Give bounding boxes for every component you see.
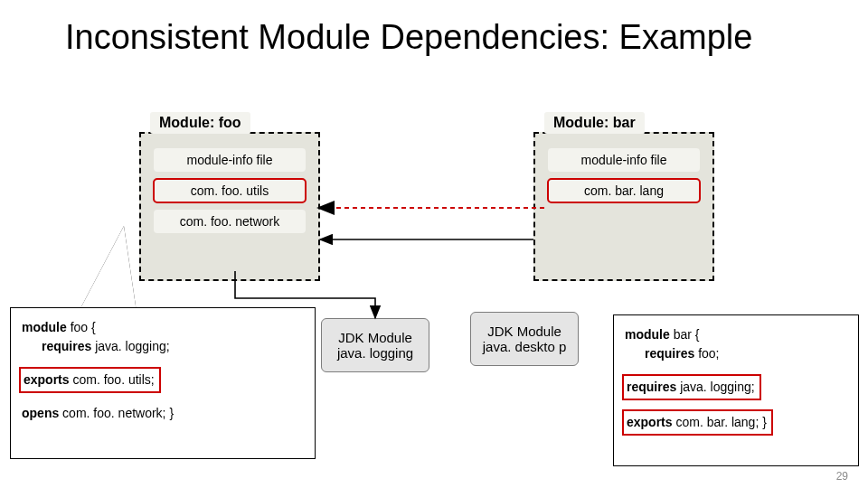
kw-opens: opens (22, 406, 59, 420)
module-bar-lang-row: com. bar. lang (548, 179, 700, 202)
code-bar-panel: module bar { requires foo; requires java… (613, 314, 859, 466)
code-bar-line4: exports com. bar. lang; } (625, 412, 847, 433)
code-text: com. bar. lang; } (673, 415, 767, 429)
jdk-desktop-box: JDK Module java. deskto p (470, 312, 579, 366)
code-foo-line1: module foo { (22, 319, 304, 336)
code-bar-line3: requires java. logging; (625, 377, 847, 398)
code-foo-line2: requires java. logging; (22, 338, 304, 355)
callout-pointer-foo (79, 226, 137, 312)
module-foo-network-row: com. foo. network (154, 210, 306, 233)
kw-exports: exports (627, 415, 673, 429)
code-text: java. logging; (91, 339, 169, 353)
kw-requires: requires (645, 346, 694, 361)
kw-exports: exports (24, 372, 70, 387)
code-foo-line4: opens com. foo. network; } (22, 405, 304, 422)
slide-title: Inconsistent Module Dependencies: Exampl… (65, 18, 752, 58)
module-foo-info-row: module-info file (154, 148, 306, 172)
module-foo-box: Module: foo module-info file com. foo. u… (139, 132, 320, 281)
module-foo-header: Module: foo (150, 112, 250, 134)
kw-requires: requires (627, 380, 676, 394)
code-text: foo; (694, 346, 719, 361)
code-text: java. logging; (676, 380, 754, 394)
kw-requires: requires (42, 339, 91, 353)
code-bar-line2: requires foo; (625, 345, 847, 362)
code-text: com. foo. utils; (70, 372, 155, 387)
callout-pointer-bar (738, 226, 787, 316)
module-bar-box: Module: bar module-info file com. bar. l… (533, 132, 714, 281)
kw-module: module (22, 320, 67, 334)
module-bar-info-row: module-info file (548, 148, 700, 172)
code-text: foo { (67, 320, 96, 334)
module-bar-header: Module: bar (544, 112, 645, 134)
page-number: 29 (836, 470, 848, 483)
code-foo-line3: exports com. foo. utils; (22, 370, 304, 390)
code-foo-panel: module foo { requires java. logging; exp… (10, 307, 316, 459)
module-foo-utils-row: com. foo. utils (154, 179, 306, 202)
kw-module: module (625, 327, 670, 342)
code-text: com. foo. network; } (59, 406, 174, 420)
code-text: bar { (670, 327, 700, 342)
jdk-logging-box: JDK Module java. logging (321, 318, 429, 372)
code-bar-line1: module bar { (625, 326, 847, 343)
